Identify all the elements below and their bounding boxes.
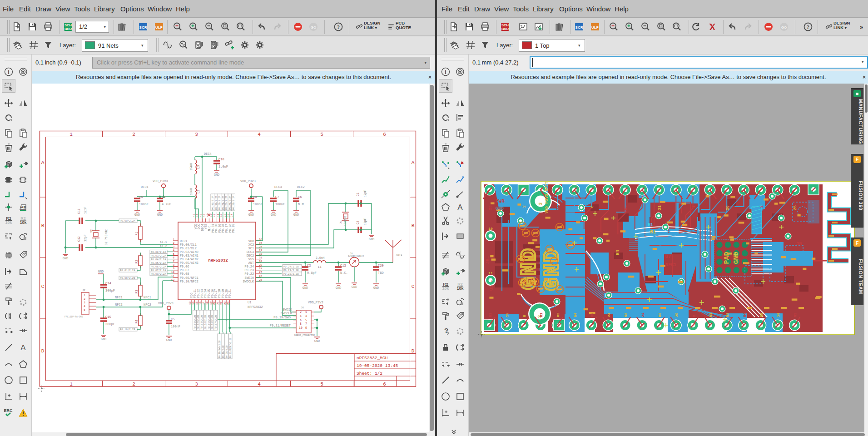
svg-text:SWDIO: SWDIO — [245, 276, 254, 280]
svg-text:L3: L3 — [197, 165, 200, 169]
svg-text:GND: GND — [248, 213, 254, 217]
svg-text:25: 25 — [505, 312, 509, 317]
svg-text:DEC3: DEC3 — [274, 185, 282, 189]
svg-text:P0.05/AIN3: P0.05/AIN3 — [180, 261, 198, 265]
svg-text:NRF52832: NRF52832 — [248, 305, 263, 309]
svg-text:J8: J8 — [350, 252, 353, 255]
svg-text:00L: 00L — [624, 205, 628, 213]
svg-text:SWDCLK: SWDCLK — [243, 280, 254, 283]
svg-text:P0.08/2.2A: P0.08/2.2A — [151, 272, 166, 276]
svg-text:8: 8 — [300, 322, 302, 326]
svg-text:P0.03/AIN1: P0.03/AIN1 — [180, 254, 198, 258]
svg-text:P0.09/2.2B: P0.09/2.2B — [120, 277, 135, 280]
svg-text:100nF: 100nF — [253, 203, 263, 206]
svg-text:25: 25 — [675, 312, 679, 317]
svg-text:C4: C4 — [139, 195, 143, 199]
svg-text:B2: B2 — [725, 312, 729, 317]
svg-text:C13: C13 — [340, 264, 346, 268]
svg-text:P0.12/2.2B: P0.12/2.2B — [197, 315, 200, 329]
svg-text:NFC1: NFC1 — [144, 296, 151, 299]
svg-text:GND: GND — [101, 337, 107, 341]
svg-text:GND: GND — [98, 270, 104, 273]
svg-text:DEC4: DEC4 — [201, 224, 204, 231]
svg-text:P0.01/2.2A: P0.01/2.2A — [120, 269, 135, 272]
svg-text:nRF52032: nRF52032 — [208, 258, 228, 263]
svg-text:VDD: VDD — [190, 292, 193, 298]
svg-text:23: 23 — [488, 205, 493, 210]
svg-text:2: 2 — [84, 297, 85, 301]
svg-text:C9: C9 — [162, 195, 165, 199]
svg-text:P0.19: P0.19 — [222, 289, 225, 298]
svg-text:P0.25/2.2A: P0.25/2.2A — [233, 195, 235, 210]
svg-text:12pF: 12pF — [84, 207, 87, 214]
svg-text:P0.25: P0.25 — [232, 224, 235, 233]
svg-text:?: ? — [337, 24, 340, 30]
svg-text:NFC1: NFC1 — [115, 296, 123, 299]
svg-text:2: 2 — [759, 205, 764, 208]
svg-text:SWDIO: SWDIO — [283, 308, 292, 312]
svg-text:44: 44 — [206, 213, 209, 217]
svg-text:D: D — [41, 348, 45, 354]
svg-text:VDD_P3V3: VDD_P3V3 — [308, 301, 323, 304]
svg-text:P0.04/2.2A: P0.04/2.2A — [151, 258, 166, 261]
svg-text:P0.07/2.2A: P0.07/2.2A — [151, 269, 166, 272]
svg-text:1: 1 — [305, 311, 307, 314]
svg-text:BRD: BRD — [501, 27, 509, 31]
svg-text:ANT: ANT — [248, 261, 254, 265]
svg-text:5: 5 — [320, 132, 323, 137]
svg-text:R4: R4 — [615, 250, 620, 255]
svg-text:R1: R1 — [135, 232, 139, 236]
svg-text:i: i — [445, 69, 446, 75]
svg-text:2: 2 — [132, 132, 135, 137]
svg-text:L2: L2 — [197, 190, 200, 193]
svg-text:GO: GO — [311, 25, 316, 30]
svg-text:1.0uF: 1.0uF — [218, 165, 228, 168]
svg-text:GND: GND — [157, 213, 163, 217]
svg-text:GND: GND — [496, 206, 504, 211]
svg-text:?: ? — [807, 24, 809, 30]
svg-text:GO: GO — [781, 25, 787, 30]
svg-text:P0.14/2.2B: P0.14/2.2B — [204, 315, 207, 329]
svg-text:P0.29: P0.29 — [218, 224, 222, 233]
svg-text:GND: GND — [336, 286, 342, 290]
svg-text:C: C — [412, 284, 415, 289]
svg-text:DEC1: DEC1 — [141, 185, 149, 189]
svg-text:6: 6 — [300, 319, 302, 322]
svg-text:N.C.: N.C. — [340, 271, 348, 275]
svg-text:3: 3 — [195, 382, 198, 387]
svg-text:N.M.: N.M. — [298, 203, 306, 206]
svg-text:GND: GND — [63, 257, 69, 260]
svg-text:GND: GND — [134, 213, 140, 217]
svg-text:5: 5 — [320, 382, 323, 387]
svg-text:P0.06/2.2A: P0.06/2.2A — [151, 265, 166, 268]
svg-text:P0.07: P0.07 — [180, 268, 189, 272]
svg-text:C: C — [41, 284, 45, 289]
svg-text:A: A — [20, 343, 26, 352]
svg-text:B: B — [522, 315, 526, 317]
svg-text:P0.14: P0.14 — [204, 289, 207, 298]
svg-text:Sheet: 1/2: Sheet: 1/2 — [357, 371, 382, 376]
svg-text:B1: B1 — [539, 312, 543, 317]
svg-text:B3: B3 — [658, 312, 662, 317]
svg-text:N.C.: N.C. — [208, 224, 211, 231]
svg-text:R1: R1 — [650, 229, 656, 235]
svg-text:P0.31/2.2A: P0.31/2.2A — [212, 195, 214, 210]
svg-text:6: 6 — [383, 132, 386, 137]
svg-text:R4: R4 — [135, 320, 139, 323]
svg-text:C2: C2 — [357, 221, 360, 224]
svg-text:ULP: ULP — [155, 25, 163, 30]
svg-text:12pF: 12pF — [364, 190, 367, 197]
svg-text:VDD_P3V3: VDD_P3V3 — [153, 179, 168, 183]
svg-text:N2: N2 — [793, 312, 797, 317]
svg-text:P0.03/2.2A: P0.03/2.2A — [151, 254, 166, 258]
svg-text:VDD_P3V3: VDD_P3V3 — [240, 179, 256, 183]
svg-text:VDD_P3V3: VDD_P3V3 — [158, 302, 174, 305]
svg-text:P0.18/2.2B: P0.18/2.2B — [222, 345, 224, 358]
svg-text:10: 10 — [488, 227, 493, 231]
svg-text:X1.2: X1.2 — [160, 245, 167, 248]
svg-text:P0.21/RESET/2.2B: P0.21/RESET/2.2B — [229, 338, 232, 358]
svg-text:P0.23: P0.23 — [245, 268, 254, 272]
svg-text:GND: GND — [303, 286, 308, 290]
svg-text:4: 4 — [258, 132, 261, 137]
svg-text:B: B — [692, 315, 696, 317]
